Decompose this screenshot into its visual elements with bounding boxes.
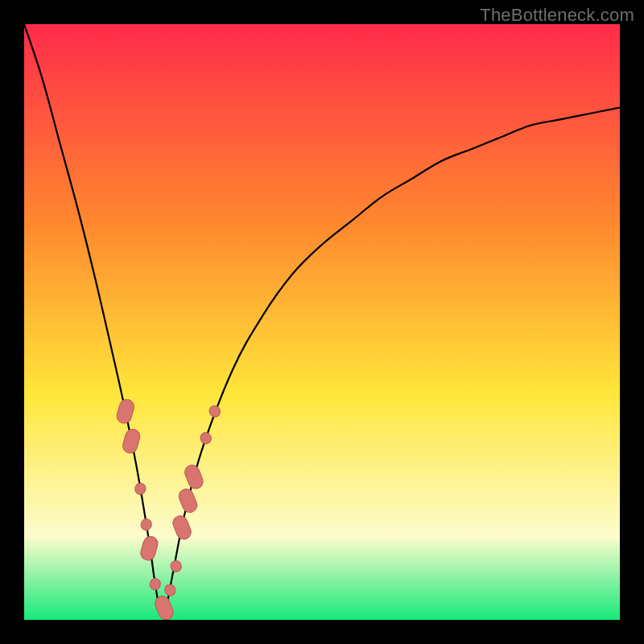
outer-frame: TheBottleneck.com — [0, 0, 644, 644]
plot-area — [24, 24, 620, 620]
watermark-text: TheBottleneck.com — [480, 5, 634, 26]
bottleneck-curve — [24, 24, 620, 615]
data-marker — [163, 583, 177, 597]
data-marker — [171, 514, 193, 542]
marker-group — [115, 398, 221, 620]
data-marker — [149, 577, 162, 591]
data-marker — [153, 594, 175, 620]
data-marker — [115, 398, 136, 425]
data-marker — [121, 427, 142, 455]
data-marker — [139, 535, 160, 562]
data-marker — [134, 482, 147, 496]
data-marker — [169, 559, 183, 573]
data-marker — [177, 487, 200, 515]
data-marker — [183, 463, 205, 491]
data-marker — [140, 518, 153, 531]
chart-svg — [24, 24, 620, 620]
data-marker — [199, 431, 213, 445]
data-marker — [208, 404, 221, 419]
